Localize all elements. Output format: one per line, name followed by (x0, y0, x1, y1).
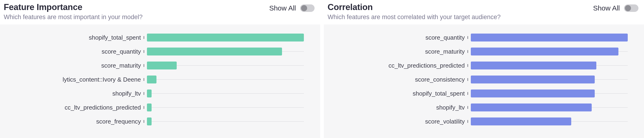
bar (471, 76, 595, 83)
bar (147, 34, 304, 42)
bar-track (471, 37, 628, 38)
toggle-group: Show All (269, 4, 314, 12)
bar-track (471, 65, 628, 66)
panel-header: CorrelationWhich features are most corre… (324, 0, 644, 25)
bar-track (471, 51, 628, 52)
panel-titles: CorrelationWhich features are most corre… (328, 2, 500, 21)
axis-tick (468, 106, 468, 109)
category-label: score_maturity (4, 62, 141, 69)
category-label: score_quantity (328, 34, 465, 41)
axis-tick (468, 64, 468, 67)
chart-row: score_frequency (4, 114, 304, 128)
bar (471, 62, 596, 69)
bar (471, 103, 592, 111)
bar-track (147, 79, 304, 80)
category-label: shopify_ltv (328, 104, 465, 111)
chart-row: score_volatility (328, 114, 628, 128)
chart-row: cc_ltv_predictions_predicted (4, 100, 304, 114)
chart-area: score_quantityscore_maturitycc_ltv_predi… (324, 25, 644, 138)
toggle-knob (301, 5, 307, 11)
panel-subtitle: Which features are most correlated with … (328, 14, 500, 21)
category-label: score_frequency (4, 118, 141, 125)
bar (147, 89, 152, 97)
bar (147, 103, 152, 111)
axis-tick (144, 106, 144, 109)
chart-row: score_maturity (4, 59, 304, 72)
panel-titles: Feature ImportanceWhich features are mos… (4, 2, 142, 21)
category-label: cc_ltv_predictions_predicted (4, 104, 141, 111)
axis-tick (468, 50, 468, 53)
bar (471, 89, 595, 97)
category-label: cc_ltv_predictions_predicted (328, 62, 465, 69)
category-label: score_consistency (328, 76, 465, 83)
show-all-toggle[interactable] (300, 5, 314, 12)
panel-title: Correlation (328, 2, 500, 12)
bar (147, 62, 177, 69)
axis-tick (144, 36, 144, 39)
panel-feature-importance: Feature ImportanceWhich features are mos… (0, 0, 320, 138)
axis-tick (468, 92, 468, 95)
axis-tick (144, 120, 144, 123)
bar-track (147, 93, 304, 94)
panel-header: Feature ImportanceWhich features are mos… (0, 0, 320, 25)
chart-row: shopify_total_spent (328, 86, 628, 100)
panel-correlation: CorrelationWhich features are most corre… (324, 0, 644, 138)
category-label: score_quantity (4, 48, 141, 55)
toggle-knob (625, 5, 631, 11)
chart-row: score_quantity (328, 31, 628, 45)
bar (471, 34, 628, 42)
category-label: shopify_total_spent (4, 34, 141, 41)
bar-track (471, 121, 628, 122)
category-label: lytics_content::Ivory & Deene (4, 76, 141, 83)
axis-tick (468, 120, 468, 123)
bar-track (471, 79, 628, 80)
bar (147, 48, 282, 56)
bar (471, 117, 571, 125)
axis-tick (144, 50, 144, 53)
chart-row: shopify_ltv (328, 100, 628, 114)
panel-subtitle: Which features are most important in you… (4, 14, 142, 21)
bar (147, 117, 152, 125)
axis-tick (144, 78, 144, 81)
bar-track (471, 107, 628, 108)
chart-row: cc_ltv_predictions_predicted (328, 59, 628, 72)
chart-row: score_consistency (328, 72, 628, 86)
category-label: score_maturity (328, 48, 465, 55)
category-label: shopify_total_spent (328, 90, 465, 97)
axis-tick (144, 64, 144, 67)
toggle-group: Show All (593, 4, 638, 12)
chart-row: shopify_total_spent (4, 31, 304, 45)
bar-track (147, 37, 304, 38)
axis-tick (468, 78, 468, 81)
bar-track (147, 51, 304, 52)
chart-area: shopify_total_spentscore_quantityscore_m… (0, 25, 320, 138)
axis-tick (144, 92, 144, 95)
axis-tick (468, 36, 468, 39)
toggle-label: Show All (269, 4, 296, 12)
category-label: shopify_ltv (4, 90, 141, 97)
bar (147, 76, 156, 83)
chart-row: score_quantity (4, 45, 304, 59)
bar-track (471, 93, 628, 94)
chart-row: shopify_ltv (4, 86, 304, 100)
panel-title: Feature Importance (4, 2, 142, 12)
bar-track (147, 121, 304, 122)
show-all-toggle[interactable] (624, 5, 638, 12)
bar-track (147, 65, 304, 66)
bar-track (147, 107, 304, 108)
toggle-label: Show All (593, 4, 620, 12)
chart-row: lytics_content::Ivory & Deene (4, 72, 304, 86)
bar (471, 48, 618, 56)
chart-row: score_maturity (328, 45, 628, 59)
category-label: score_volatility (328, 118, 465, 125)
